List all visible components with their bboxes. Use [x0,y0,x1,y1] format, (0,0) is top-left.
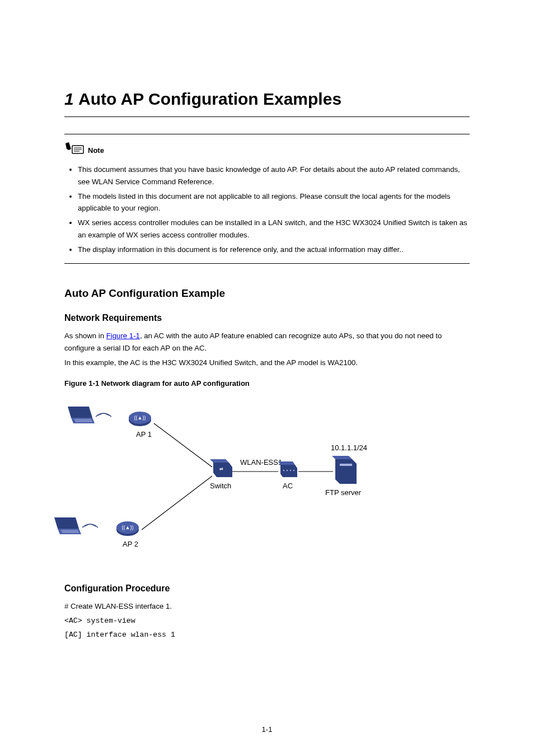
page-number: 1-1 [0,725,534,734]
ac-label: AC [283,482,293,490]
svg-point-32 [290,470,291,471]
svg-point-33 [293,470,294,471]
config-step: # Create WLAN-ESS interface 1. [64,600,470,613]
cli-line: <AC> system-view [64,615,470,627]
svg-marker-34 [335,459,357,484]
note-list-item: This document assumes that you have basi… [78,164,470,188]
switch-label: Switch [210,482,231,490]
ap-icon: ((▲)) [126,405,154,432]
title-rule [64,116,470,117]
pencil-note-icon [64,142,85,158]
ap2-label: AP 2 [123,540,138,548]
config-proc-heading: Configuration Procedure [64,584,470,594]
note-rule-top [64,134,470,134]
svg-marker-29 [278,461,295,465]
svg-point-31 [287,470,288,471]
wlaness-label: WLAN-ESS1 [240,458,282,466]
svg-line-5 [154,423,212,467]
note-box: Note This document assumes that you have… [64,134,470,264]
ap-icon: ((▲)) [114,515,142,542]
note-rule-bottom [64,263,470,264]
note-list-item: WX series access controller modules can … [78,217,470,241]
cli-line: [AC] interface wlan-ess 1 [64,629,470,641]
svg-text:((▲)): ((▲)) [134,415,146,421]
network-req-heading: Network Requirements [64,313,470,323]
example-heading: Auto AP Configuration Example [64,287,470,300]
note-header: Note [64,142,104,158]
svg-text:⇄: ⇄ [219,466,223,472]
figure-caption: Figure 1-1 Network diagram for auto AP c… [64,379,470,388]
switch-icon: ⇄ [209,459,233,484]
client-laptop-icon [64,404,95,429]
svg-marker-4 [65,142,71,150]
note-label: Note [88,146,104,155]
svg-point-30 [283,470,284,471]
svg-rect-36 [340,464,352,466]
svg-marker-14 [54,517,79,529]
ip-label: 10.1.1.1/24 [331,444,367,452]
svg-marker-35 [332,456,352,459]
ac-icon [278,461,298,482]
svg-marker-28 [280,465,297,477]
note-list-item: The display information in this document… [78,244,470,256]
svg-marker-9 [68,407,92,418]
svg-marker-26 [210,459,229,463]
network-diagram: ((▲)) AP 1 ((▲)) AP 2 ⇄ Switch WLAN-ESS1 [64,393,378,561]
chapter-title: 1 Auto AP Configuration Examples [64,90,470,109]
note-list-item: The models listed in this document are n… [78,190,470,215]
network-req-line-1: As shown in Figure 1-1, an AC with the a… [64,330,470,354]
ftp-server-icon [332,456,358,488]
figure-link[interactable]: Figure 1-1 [106,332,140,340]
svg-text:((▲)): ((▲)) [122,525,134,530]
network-req-line-2: In this example, the AC is the H3C WX302… [64,357,470,369]
client-laptop-icon [51,515,81,540]
ftp-label: FTP server [325,488,361,497]
svg-line-6 [142,476,212,530]
note-list: This document assumes that you have basi… [68,164,470,255]
ap1-label: AP 1 [136,430,152,438]
